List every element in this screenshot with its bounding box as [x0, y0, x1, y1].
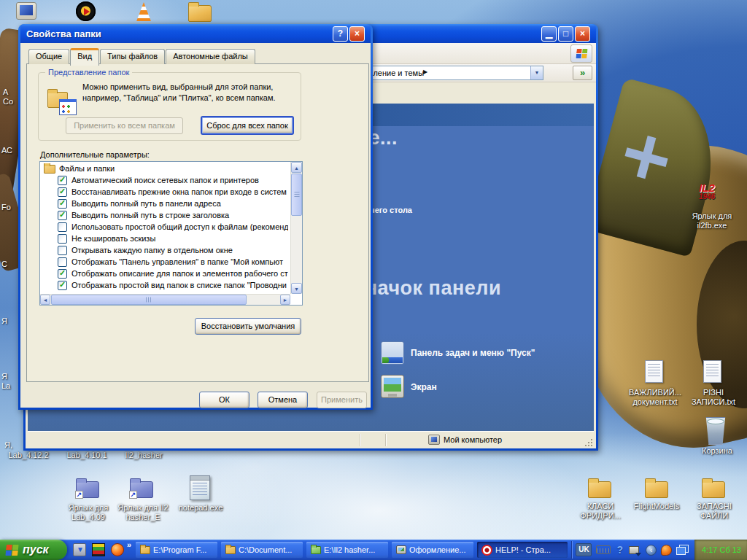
list-item[interactable]: ✓ Открывать каждую папку в отдельном окн… [42, 245, 288, 257]
list-item[interactable]: ✓ Использовать простой общий доступ к фа… [42, 222, 288, 233]
language-indicator[interactable]: UK [576, 543, 592, 556]
start-button[interactable]: пуск [0, 540, 67, 560]
desktop-icon-label[interactable]: Корзина [690, 446, 744, 456]
desktop-icon-label[interactable]: Fo [1, 203, 11, 212]
taskbar-button-appearance[interactable]: Оформление... [392, 542, 473, 558]
keyboard-icon[interactable] [596, 545, 611, 554]
tab-view[interactable]: Вид [70, 48, 99, 66]
list-item[interactable]: ✓ Восстанавливать прежние окна папок при… [42, 187, 288, 198]
checkbox[interactable]: ✓ [58, 222, 67, 232]
checkbox[interactable]: ✓ [58, 281, 67, 290]
scroll-down-button[interactable]: ▼ [291, 283, 302, 294]
cp-item-taskbar-startmenu[interactable]: Панель задач и меню "Пуск" [411, 348, 535, 358]
maximize-button[interactable]: □ [558, 26, 573, 42]
go-button[interactable]: » [573, 66, 592, 80]
tab-offline-files[interactable]: Автономные файлы [166, 49, 255, 64]
help-button[interactable]: ? [333, 26, 348, 42]
list-item[interactable]: ✓ Автоматический поиск сетевых папок и п… [42, 175, 288, 187]
checkbox[interactable]: ✓ [58, 187, 67, 197]
desktop-icon-label[interactable]: Lab_4.12.2 [4, 451, 53, 460]
desktop-icon-label[interactable]: FlightModels [627, 502, 686, 511]
checkbox[interactable]: ✓ [58, 211, 67, 220]
tab-file-types[interactable]: Типы файлов [100, 49, 165, 64]
advanced-settings-list[interactable]: Файлы и папки ✓ Автоматический поиск сет… [39, 161, 303, 306]
list-item[interactable]: ✓ Не кэшировать эскизы [42, 233, 288, 245]
shortcut-folder-icon[interactable]: ↗ [76, 481, 99, 498]
taskbar-button-program-f[interactable]: E:\Program F... [136, 542, 217, 558]
taskbar-button-opera-help[interactable]: HELP! - Стра... [477, 542, 568, 558]
apply-to-all-folders-button[interactable]: Применить ко всем папкам [66, 117, 183, 134]
cancel-button[interactable]: Отмена [258, 392, 308, 408]
desktop-icon-label[interactable]: РІЗНІЗАПИСИ.txt [683, 388, 744, 407]
scrollbar-thumb[interactable] [51, 295, 247, 305]
desktop-icon-label[interactable]: Ярлык дляil2fb.exe [684, 211, 740, 230]
restore-defaults-button[interactable]: Восстановить умолчания [195, 318, 301, 335]
checkbox[interactable]: ✓ [58, 257, 67, 267]
close-button[interactable]: × [349, 26, 365, 42]
hide-icons-chevron[interactable]: ‹ [646, 545, 657, 556]
text-document-icon[interactable] [703, 360, 721, 383]
address-dropdown-button[interactable]: ▼ [530, 66, 543, 79]
notepad-icon[interactable] [190, 475, 210, 500]
tray-clock[interactable]: 4:17 Сб 13 [694, 540, 747, 560]
quicklaunch-device-icon[interactable]: ▼ [73, 543, 86, 556]
scroll-up-button[interactable]: ▲ [291, 162, 302, 173]
desktop-icon-label[interactable]: Ярлык дляLab_4.09 [61, 503, 115, 522]
network-monitors-icon[interactable] [676, 545, 689, 555]
apply-button[interactable]: Применить [317, 392, 367, 408]
list-item[interactable]: ✓ Выводить полный путь в панели адреса [42, 198, 288, 210]
il2-game-icon[interactable]: IL2 1946 [693, 182, 721, 209]
list-item[interactable]: ✓ Выводить полный путь в строке заголовк… [42, 210, 288, 222]
desktop-folder-icon[interactable] [188, 5, 212, 22]
my-computer-icon[interactable] [16, 2, 36, 20]
minimize-button[interactable]: ▁ [541, 26, 557, 42]
dialog-titlebar[interactable]: Свойства папки ? × [20, 24, 371, 43]
desktop-icon-label[interactable]: АСо [3, 88, 13, 106]
list-item[interactable]: ✓ Отображать описание для папок и элемен… [42, 268, 288, 280]
taskbar-button-documents[interactable]: C:\Document... [221, 542, 303, 558]
desktop-icon-label[interactable]: Lab_4.10.1 [63, 451, 111, 460]
checkbox[interactable]: ✓ [58, 199, 67, 209]
desktop-icon-label[interactable]: ВАЖЛИВИЙ...документ.txt [624, 388, 686, 407]
checkbox[interactable]: ✓ [58, 234, 67, 244]
desktop-icon-label[interactable]: ЗАПАСНІФАЙЛИ [687, 502, 741, 521]
quicklaunch-firefox-icon[interactable] [111, 543, 124, 556]
ok-button[interactable]: ОК [199, 392, 249, 408]
kmplayer-icon[interactable] [76, 1, 96, 21]
avast-icon[interactable] [661, 545, 672, 556]
checkbox[interactable]: ✓ [58, 246, 67, 255]
desktop-icon-label[interactable]: notepad.exe [174, 503, 228, 513]
desktop-icon-label[interactable]: КЛАСИФРИДРИ... [573, 502, 627, 521]
vertical-scrollbar[interactable]: ▲ ▼ [290, 162, 302, 294]
list-item[interactable]: ✓ Отображать "Панель управления" в папке… [42, 257, 288, 268]
scroll-right-button[interactable]: ► [280, 295, 290, 305]
quicklaunch-chevron-icon[interactable]: » [127, 540, 131, 549]
horizontal-scrollbar[interactable]: ◄ ► [40, 294, 290, 305]
reset-all-folders-button[interactable]: Сброс для всех папок [201, 116, 294, 135]
desktop-icon-label[interactable]: Я, [4, 440, 12, 450]
desktop-icon-label[interactable]: АС [1, 146, 12, 155]
desktop-folder-icon[interactable] [588, 481, 611, 498]
display-tray-icon[interactable] [629, 546, 639, 554]
list-item[interactable]: ✓ Отображать простой вид папок в списке … [42, 280, 288, 292]
checkbox[interactable]: ✓ [58, 176, 67, 185]
tab-general[interactable]: Общие [28, 49, 69, 64]
desktop-folder-icon[interactable] [645, 481, 668, 498]
desktop-icon-label[interactable]: С [1, 260, 7, 269]
display-icon[interactable] [381, 375, 404, 398]
desktop-icon-label[interactable]: ЯLa [1, 372, 10, 391]
scroll-left-button[interactable]: ◄ [40, 295, 50, 305]
list-item[interactable]: Файлы и папки [42, 163, 288, 175]
scrollbar-thumb[interactable] [291, 174, 302, 216]
close-button[interactable]: × [575, 26, 590, 42]
desktop-icon-label[interactable]: Я [1, 316, 7, 326]
checkbox[interactable]: ✓ [58, 269, 67, 279]
text-document-icon[interactable] [645, 360, 663, 383]
quicklaunch-media-icon[interactable] [92, 543, 105, 556]
desktop-folder-icon[interactable] [702, 481, 725, 498]
desktop-icon-label[interactable]: Il2_hasher [120, 451, 168, 460]
help-tray-icon[interactable]: ? [616, 544, 623, 556]
cp-item-display[interactable]: Экран [411, 382, 437, 392]
taskbar-startmenu-icon[interactable] [381, 341, 404, 365]
resize-grip[interactable] [584, 438, 592, 447]
